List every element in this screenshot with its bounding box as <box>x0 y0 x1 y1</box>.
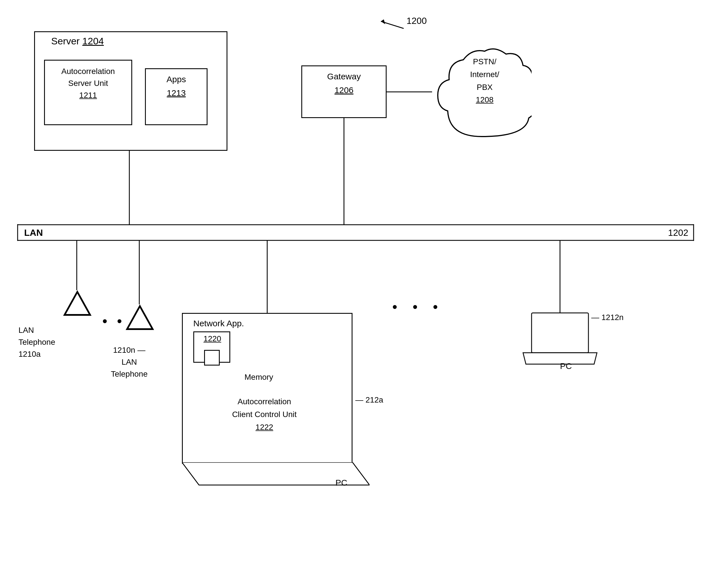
pc-right-label: PC <box>560 361 572 371</box>
gateway-label: Gateway 1206 <box>303 70 385 97</box>
reference-number-1200: 1200 <box>406 16 427 26</box>
pc-right-number: — 1212n <box>591 313 624 322</box>
diagram-container: 1200 Server 1204 Autocorrelation Server … <box>0 0 728 588</box>
netapp-number: — 212a <box>355 395 383 404</box>
telephone-dots: • • <box>102 313 125 330</box>
netapp-pc-label: PC <box>335 478 347 488</box>
lan-label: LAN <box>24 228 43 238</box>
lan-telephone-n-label: 1210n — LAN Telephone <box>111 344 148 380</box>
lan-telephone-a-label: LAN Telephone 1210a <box>19 324 55 360</box>
svg-rect-13 <box>532 313 589 353</box>
network-dots: • • • <box>392 299 443 315</box>
svg-line-0 <box>381 21 404 28</box>
pstn-label: PSTN/ Internet/ PBX 1208 <box>443 56 526 106</box>
inner-square-1220 <box>204 350 220 365</box>
label-1220: 1220 <box>194 334 231 343</box>
lan-number: 1202 <box>668 228 688 238</box>
memory-label: Memory <box>244 373 273 382</box>
svg-marker-1 <box>381 19 385 24</box>
server-label: Server 1204 <box>51 36 104 47</box>
netapp-label: Network App. <box>193 319 244 328</box>
autocorr-client-label: Autocorrelation Client Control Unit 1222 <box>185 395 344 434</box>
apps-label: Apps 1213 <box>147 72 206 100</box>
autocorr-server-label: Autocorrelation Server Unit 1211 <box>48 65 128 101</box>
